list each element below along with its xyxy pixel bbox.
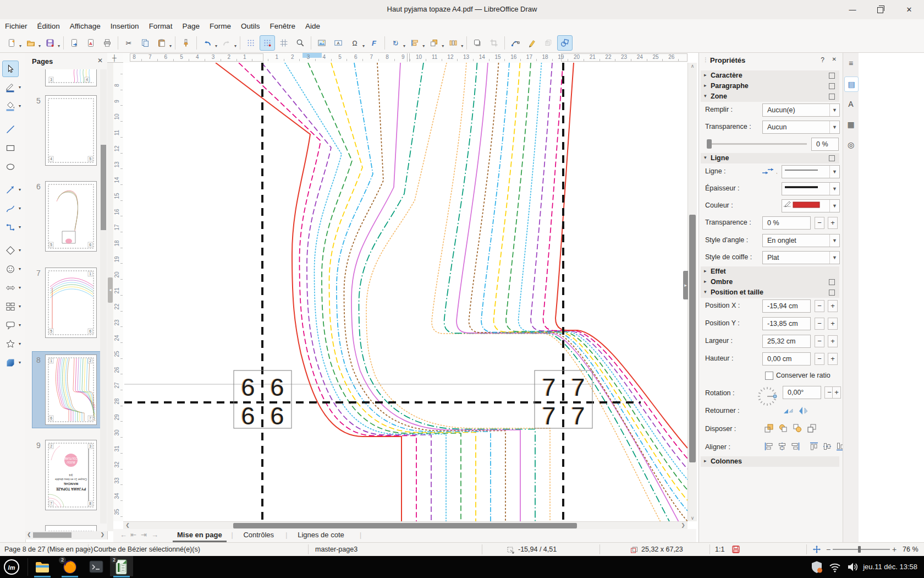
sidebar-field-fill[interactable]: Aucun(e)▼ [762,103,840,117]
section-collapsed-icon[interactable]: ▸ [704,279,707,284]
align-center-v-icon[interactable] [822,441,832,454]
section-dialog-launcher-icon[interactable] [829,73,835,79]
toolbar-open-dropdown-icon[interactable]: ▾ [38,43,41,48]
sidebar-line-transparency-decrease-button[interactable]: − [815,217,824,229]
taskbar-file-manager-icon[interactable] [34,559,51,575]
toolbar-arrange-button[interactable] [426,35,442,51]
toolbar-fontwork-button[interactable]: F [366,35,382,51]
section-collapsed-icon[interactable]: ▸ [704,72,707,78]
sidebar-field-line-color[interactable]: ▼ [782,199,840,212]
tool-3d-objects-dropdown-icon[interactable]: ▾ [19,360,21,365]
toolbar-save-dropdown-icon[interactable]: ▾ [58,43,60,48]
toolbar-display-grid-button[interactable] [243,35,258,51]
menu-forme[interactable]: Forme [205,19,236,34]
dropdown-icon[interactable]: ▼ [829,200,839,212]
scroll-up-icon[interactable]: ∧ [688,63,697,69]
tool-block-arrows-dropdown-icon[interactable]: ▾ [19,285,21,290]
section-expanded-icon[interactable]: ▾ [704,289,707,295]
toolbar-distribute-button[interactable] [446,35,461,51]
menu-aide[interactable]: Aide [300,19,325,34]
horizontal-ruler[interactable]: 8765432112345678910111213141516171819202… [123,53,688,63]
toolbar-special-character-button[interactable]: Ω [347,35,362,51]
align-right-icon[interactable] [790,441,800,454]
toolbar-edit-points-button[interactable] [508,35,523,51]
sidebar-position-x-decrease-button[interactable]: − [815,300,824,312]
sidebar-position-y-decrease-button[interactable]: − [815,318,824,330]
tool-curve-button[interactable] [2,200,19,217]
tool-symbol-shapes-dropdown-icon[interactable]: ▾ [19,266,21,271]
taskbar-terminal-icon[interactable] [88,559,105,575]
section-dialog-launcher-icon[interactable] [829,83,835,89]
page-thumbnail-8[interactable]: 1267 [45,355,97,425]
pages-panel-close-icon[interactable]: ✕ [97,57,103,64]
section-collapsed-icon[interactable]: ▸ [704,83,707,88]
page-thumbnail-6[interactable]: 56 [45,181,97,252]
toolbar-redo-dropdown-icon[interactable]: ▾ [234,43,237,48]
toolbar-helplines-button[interactable] [276,35,292,51]
sidebar-line-transparency-increase-button[interactable]: + [828,217,838,229]
align-left-icon[interactable] [764,441,774,454]
sidebar-section-position-et-taille[interactable]: ▾Position et taille [701,287,839,298]
sidebar-field-cap-style[interactable]: Plat▼ [762,251,840,264]
menu-dition[interactable]: Édition [32,19,65,34]
toolbar-cut-button[interactable]: ✂ [121,35,136,51]
tool-line-color-dropdown-icon[interactable]: ▾ [19,85,21,90]
zoom-slider[interactable] [833,549,890,550]
tool-lines-arrows-button[interactable] [2,182,19,198]
toolbar-new-button[interactable] [4,35,19,51]
scroll-down-icon[interactable]: ∨ [688,515,697,521]
sidebar-section-ligne[interactable]: ▾Ligne [701,153,839,163]
pattern-artwork[interactable]: 6666666677777777 [123,63,688,521]
tool-fill-color-dropdown-icon[interactable]: ▾ [19,103,21,108]
zoom-out-button[interactable]: − [826,543,831,556]
panel-splitter[interactable]: ◂ [107,63,113,531]
sidebar-rotation-increase-button[interactable]: + [832,386,841,399]
tool-lines-arrows-dropdown-icon[interactable]: ▾ [19,187,21,192]
tool-flowchart-button[interactable] [2,298,19,315]
sidebar-field-line-transparency[interactable]: 0 % [762,216,811,230]
shield-icon[interactable] [811,566,823,575]
toolbar-distribute-dropdown-icon[interactable]: ▾ [461,43,463,48]
zoom-in-button[interactable]: + [892,543,897,556]
flip-vertical-icon[interactable] [783,406,794,418]
sidebar-field-rotation-angle[interactable]: 0,00° [783,386,821,399]
menu-insertion[interactable]: Insertion [106,19,144,34]
transparency-slider-track[interactable] [708,143,807,145]
toolbar-paste-dropdown-icon[interactable]: ▾ [169,43,172,48]
taskbar-libreoffice-icon[interactable]: 2 [113,559,130,575]
tab-lignes-de-cote[interactable]: Lignes de cote [293,529,349,541]
menu-affichage[interactable]: Affichage [65,19,106,34]
tool-callouts-button[interactable] [2,317,19,334]
flip-horizontal-icon[interactable] [798,406,809,418]
sidebar-tab-gallery[interactable]: ▦ [844,117,857,132]
pages-scrollbar[interactable] [100,69,107,524]
sidebar-height-increase-button[interactable]: + [828,353,838,365]
page-thumbnail-9[interactable]: PYJAMA TOPAZEMANCHECouper 1x en tissu do… [45,440,97,510]
tool-callouts-dropdown-icon[interactable]: ▾ [19,323,21,328]
sidebar-field-height[interactable]: 0,00 cm [762,352,811,366]
dropdown-icon[interactable]: ▼ [829,183,839,195]
toolbar-shadow-button[interactable] [470,35,485,51]
tab-nav-previous-icon[interactable]: ⇤ [130,531,136,539]
toolbar-open-button[interactable] [23,35,38,51]
tool-select-button[interactable] [2,61,19,77]
scroll-left-icon[interactable]: ❮ [124,522,131,528]
sidebar-field-position-x[interactable]: -15,94 cm [762,299,811,313]
vertical-scrollbar[interactable]: ∧ ∨ [688,63,697,521]
toolbar-align-objects-button[interactable] [407,35,422,51]
tool-curve-dropdown-icon[interactable]: ▾ [19,206,21,211]
toolbar-zoom-button[interactable] [293,35,308,51]
transparency-slider-handle[interactable] [707,139,712,149]
toolbar-transformations-button[interactable]: ↻ [388,35,403,51]
tool-line-color-button[interactable] [2,79,19,96]
arrange-send-backward-icon[interactable] [793,423,802,435]
sidebar-tab-sidebar-settings[interactable]: ≡ [844,56,857,70]
sidebar-section-ombre[interactable]: ▸Ombre [701,277,839,287]
toolbar-arrange-dropdown-icon[interactable]: ▾ [442,43,444,48]
drawing-canvas[interactable]: 6666666677777777 [123,63,688,521]
toolbar-clone-formatting-button[interactable] [178,35,194,51]
dropdown-icon[interactable]: ▼ [829,104,839,116]
minimize-button[interactable]: — [844,4,861,15]
page-thumbnail-4[interactable]: 34 [45,69,97,86]
sidebar-section-zone[interactable]: ▾Zone [701,91,839,102]
